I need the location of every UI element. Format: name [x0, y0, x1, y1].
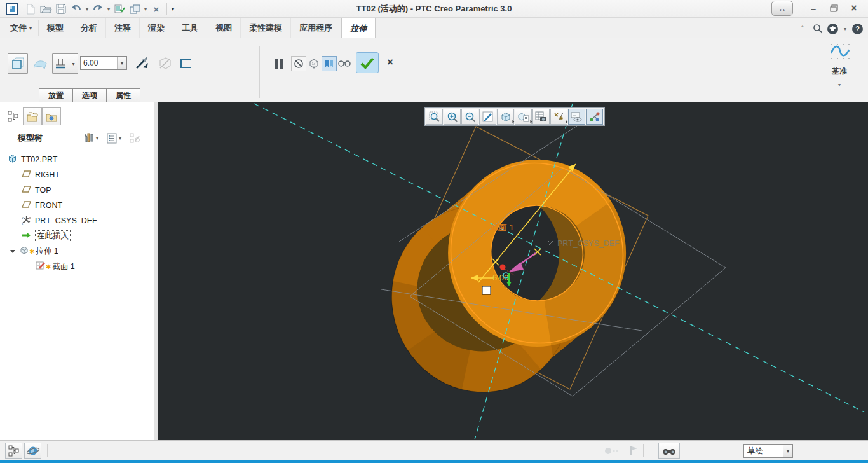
depth-option-button[interactable]: [52, 53, 69, 74]
save-button[interactable]: [53, 2, 69, 16]
new-file-button[interactable]: [23, 2, 38, 16]
tab-flexible-modeling[interactable]: 柔性建模: [241, 18, 291, 38]
minimize-button[interactable]: –: [803, 0, 824, 17]
tree-settings-icon[interactable]: [107, 133, 117, 144]
navtab-folder-browser[interactable]: [23, 107, 42, 125]
search-icon[interactable]: [812, 23, 824, 34]
panel-tab-options[interactable]: 选项: [72, 88, 107, 102]
dropdown-corner-icon: [527, 118, 532, 123]
close-button[interactable]: ×: [844, 0, 864, 17]
tree-row-front-plane[interactable]: FRONT: [0, 198, 154, 213]
datum-group-caret-icon[interactable]: ▾: [811, 82, 868, 88]
annotation-display-button[interactable]: [568, 109, 585, 125]
depth-value-input[interactable]: [81, 57, 117, 69]
zoom-in-button[interactable]: [444, 109, 461, 125]
zoom-out-button[interactable]: [461, 109, 478, 125]
depth-option-dropdown[interactable]: ▾: [69, 53, 78, 74]
tab-render[interactable]: 渲染: [140, 18, 173, 38]
verify-glasses-button[interactable]: [337, 56, 352, 71]
cancel-button[interactable]: ×: [383, 55, 398, 70]
tab-model[interactable]: 模型: [39, 18, 72, 38]
navtab-model-tree[interactable]: [4, 107, 23, 125]
tab-view[interactable]: 视图: [207, 18, 241, 38]
selection-filter-combo[interactable]: 草绘 ▾: [743, 444, 793, 458]
tab-applications[interactable]: 应用程序: [291, 18, 341, 38]
ribbon: ▾ ▾ × 基准 ▾: [0, 38, 868, 102]
tree-tools-icon[interactable]: [83, 132, 94, 144]
collapse-ribbon-icon[interactable]: ˆ: [797, 23, 808, 34]
tab-annotate[interactable]: 注释: [106, 18, 140, 38]
tree-search-icon[interactable]: [130, 133, 140, 144]
depth-drag-handle[interactable]: [482, 286, 491, 294]
panel-tab-placement[interactable]: 放置: [39, 88, 73, 102]
window-switch-button[interactable]: [127, 2, 142, 16]
depth-value-dropdown[interactable]: ▾: [117, 57, 126, 69]
close-window-quick-button[interactable]: ×: [149, 2, 164, 16]
tree-row-extrude[interactable]: ✱ 拉伸 1: [0, 244, 154, 259]
window-switch-dropdown-icon[interactable]: ▾: [142, 2, 149, 16]
repaint-button[interactable]: [479, 109, 496, 125]
restore-button[interactable]: [824, 0, 844, 17]
open-file-button[interactable]: [38, 2, 53, 16]
display-style-button[interactable]: [497, 109, 514, 125]
tree-row-csys[interactable]: yxz PRT_CSYS_DEF: [0, 213, 154, 228]
community-icon[interactable]: [827, 24, 838, 34]
ok-button[interactable]: [356, 52, 379, 73]
datum-group: 基准 ▾: [811, 38, 868, 102]
toggle-model-tree-button[interactable]: [5, 443, 22, 459]
pause-button[interactable]: [271, 53, 287, 74]
tab-analysis[interactable]: 分析: [72, 18, 106, 38]
tree-row-right-plane[interactable]: RIGHT: [0, 167, 154, 183]
app-icon[interactable]: [4, 2, 19, 16]
resize-window-button[interactable]: ↔: [771, 1, 793, 16]
quick-access-toolbar: ▾ ▾ ▾ × ▾: [4, 1, 176, 17]
thicken-sketch-button[interactable]: [178, 56, 194, 71]
remove-material-button[interactable]: [156, 55, 174, 73]
navtab-favorites[interactable]: [42, 107, 61, 125]
datum-plane-icon: [22, 170, 31, 180]
customize-toolbar-dropdown-icon[interactable]: ▾: [170, 2, 176, 16]
tree-row-top-plane[interactable]: TOP: [0, 183, 154, 198]
in-creation-asterisk-icon: ✱: [46, 263, 51, 270]
graphics-viewport[interactable]: 6.00 截面 1 PRT_CSYS_DEF: [158, 102, 868, 440]
selection-filter-value: 草绘: [744, 445, 783, 457]
regenerate-button[interactable]: [112, 2, 127, 16]
dashboard-panel-tabs: 放置 选项 属性: [39, 88, 140, 102]
no-preview-button[interactable]: [291, 56, 306, 71]
shaded-preview-button[interactable]: [322, 56, 337, 71]
undo-button[interactable]: [69, 2, 84, 16]
selection-filter-dropdown[interactable]: ▾: [783, 445, 792, 457]
web-browser-button[interactable]: [24, 443, 41, 459]
spin-center-button[interactable]: [586, 109, 603, 125]
surface-extrude-button[interactable]: [31, 53, 50, 74]
view-manager-button[interactable]: [532, 109, 550, 125]
svg-text:y: y: [22, 216, 24, 219]
find-button[interactable]: [658, 443, 680, 459]
flag-icon: [625, 443, 642, 459]
help-icon[interactable]: ?: [852, 24, 863, 34]
redo-dropdown-icon[interactable]: ▾: [105, 2, 112, 16]
redo-button[interactable]: [90, 2, 105, 16]
datum-group-label[interactable]: 基准: [811, 66, 868, 77]
undo-dropdown-icon[interactable]: ▾: [84, 2, 90, 16]
solid-extrude-button[interactable]: [8, 53, 28, 74]
saved-orientations-button[interactable]: [515, 109, 532, 125]
datum-display-filters-button[interactable]: [550, 109, 567, 125]
tab-tools[interactable]: 工具: [173, 18, 207, 38]
flip-direction-button[interactable]: [131, 52, 153, 74]
viewport-canvas[interactable]: 6.00 截面 1 PRT_CSYS_DEF: [158, 102, 868, 440]
tree-settings-dropdown-icon[interactable]: ▾: [119, 135, 121, 141]
tree-tools-dropdown-icon[interactable]: ▾: [96, 135, 98, 141]
tree-row-part[interactable]: TT02.PRT: [0, 152, 154, 167]
community-dropdown-icon[interactable]: ▾: [842, 22, 848, 36]
csys-label: PRT_CSYS_DEF: [557, 239, 620, 248]
tree-row-section[interactable]: ✱ 截面 1: [0, 259, 154, 274]
datum-curve-icon[interactable]: [811, 42, 868, 64]
collapse-node-icon[interactable]: [10, 250, 15, 253]
zoom-region-button[interactable]: [426, 109, 443, 125]
file-menu-button[interactable]: 文件▾: [4, 20, 39, 36]
tab-extrude-active[interactable]: 拉伸: [341, 18, 376, 38]
tree-row-insert-here[interactable]: 在此插入: [0, 228, 154, 244]
wireframe-preview-button[interactable]: [306, 56, 322, 71]
panel-tab-properties[interactable]: 属性: [106, 88, 140, 102]
